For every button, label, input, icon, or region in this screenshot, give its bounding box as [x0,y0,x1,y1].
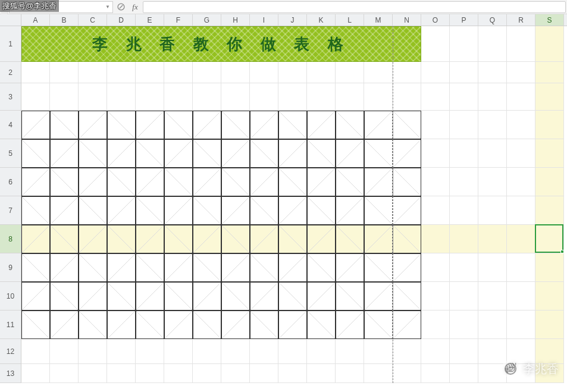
cell-B10[interactable] [50,282,79,311]
cell-M2[interactable] [364,62,393,83]
cell-E5[interactable] [136,139,164,168]
cell-D8[interactable] [107,225,136,253]
cell-D9[interactable] [107,253,136,282]
cell-M6[interactable] [364,168,393,196]
cell-L8[interactable] [336,225,364,253]
cell-P1[interactable] [450,26,478,62]
cell-H10[interactable] [221,282,250,311]
chevron-down-icon[interactable]: ▼ [105,4,110,10]
cell-O10[interactable] [421,282,450,311]
cell-D3[interactable] [107,83,136,111]
cell-J3[interactable] [278,83,307,111]
cell-P3[interactable] [450,83,478,111]
cell-I12[interactable] [250,339,278,364]
cell-B9[interactable] [50,253,79,282]
cell-N6[interactable] [393,168,421,196]
cell-S10[interactable] [535,282,564,311]
cell-I13[interactable] [250,364,278,383]
cell-N2[interactable] [393,62,421,83]
cell-E9[interactable] [136,253,164,282]
cell-P9[interactable] [450,253,478,282]
row-header-12[interactable]: 12 [0,339,21,364]
cell-N5[interactable] [393,139,421,168]
cell-O13[interactable] [421,364,450,383]
cell-P8[interactable] [450,225,478,253]
cell-L4[interactable] [336,111,364,139]
cell-M9[interactable] [364,253,393,282]
cell-A4[interactable] [21,111,50,139]
cell-S7[interactable] [535,196,564,225]
cell-P4[interactable] [450,111,478,139]
cell-O8[interactable] [421,225,450,253]
cell-H2[interactable] [221,62,250,83]
cell-G9[interactable] [193,253,221,282]
cell-R3[interactable] [507,83,535,111]
cell-H4[interactable] [221,111,250,139]
cell-M7[interactable] [364,196,393,225]
cell-O1[interactable] [421,26,450,62]
cell-Q6[interactable] [478,168,507,196]
cell-H11[interactable] [221,311,250,339]
cell-J12[interactable] [278,339,307,364]
col-header-B[interactable]: B [50,14,79,26]
cell-S4[interactable] [535,111,564,139]
col-header-Q[interactable]: Q [478,14,507,26]
cell-K13[interactable] [307,364,336,383]
cell-F9[interactable] [164,253,193,282]
cell-N3[interactable] [393,83,421,111]
cell-A7[interactable] [21,196,50,225]
cell-J2[interactable] [278,62,307,83]
row-header-10[interactable]: 10 [0,282,21,311]
cell-J11[interactable] [278,311,307,339]
cell-H7[interactable] [221,196,250,225]
cell-G8[interactable] [193,225,221,253]
cell-L10[interactable] [336,282,364,311]
cell-K5[interactable] [307,139,336,168]
row-header-7[interactable]: 7 [0,196,21,225]
cell-P10[interactable] [450,282,478,311]
cell-K3[interactable] [307,83,336,111]
cell-R1[interactable] [507,26,535,62]
cell-Q10[interactable] [478,282,507,311]
cell-F2[interactable] [164,62,193,83]
cell-J10[interactable] [278,282,307,311]
cell-E12[interactable] [136,339,164,364]
cell-C3[interactable] [79,83,107,111]
cell-E8[interactable] [136,225,164,253]
cell-P2[interactable] [450,62,478,83]
cell-S6[interactable] [535,168,564,196]
cell-E6[interactable] [136,168,164,196]
cell-I8[interactable] [250,225,278,253]
cell-D12[interactable] [107,339,136,364]
cell-M4[interactable] [364,111,393,139]
cell-P5[interactable] [450,139,478,168]
cell-Q4[interactable] [478,111,507,139]
cell-O6[interactable] [421,168,450,196]
cell-M3[interactable] [364,83,393,111]
cell-B12[interactable] [50,339,79,364]
col-header-S[interactable]: S [535,14,564,26]
cell-D13[interactable] [107,364,136,383]
cell-H6[interactable] [221,168,250,196]
cell-I11[interactable] [250,311,278,339]
cell-D7[interactable] [107,196,136,225]
cell-J7[interactable] [278,196,307,225]
cell-G4[interactable] [193,111,221,139]
cell-K10[interactable] [307,282,336,311]
cell-R8[interactable] [507,225,535,253]
col-header-F[interactable]: F [164,14,193,26]
cell-G11[interactable] [193,311,221,339]
cell-O7[interactable] [421,196,450,225]
cell-P13[interactable] [450,364,478,383]
cell-A12[interactable] [21,339,50,364]
cell-K12[interactable] [307,339,336,364]
cell-N11[interactable] [393,311,421,339]
cell-C8[interactable] [79,225,107,253]
cell-Q8[interactable] [478,225,507,253]
cell-Q2[interactable] [478,62,507,83]
col-header-J[interactable]: J [278,14,307,26]
cell-J9[interactable] [278,253,307,282]
cell-H3[interactable] [221,83,250,111]
col-header-I[interactable]: I [250,14,278,26]
cell-C9[interactable] [79,253,107,282]
